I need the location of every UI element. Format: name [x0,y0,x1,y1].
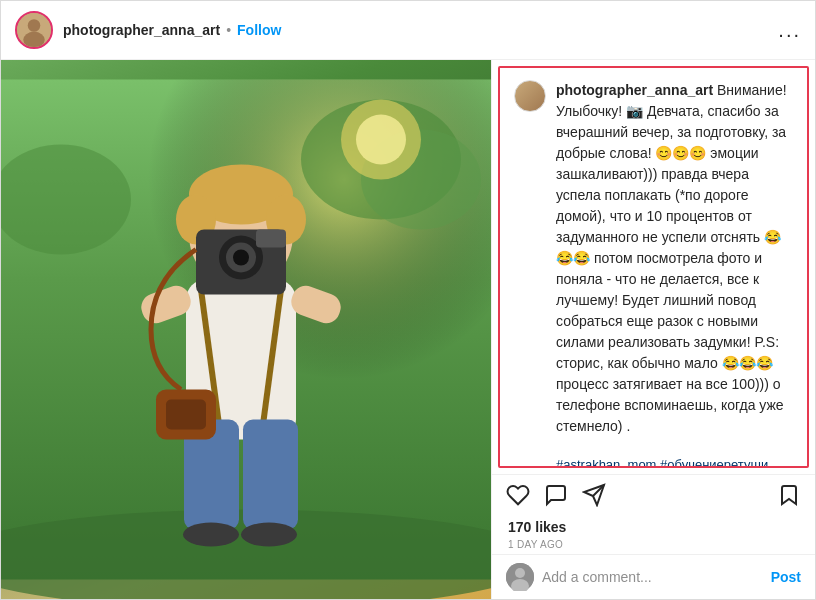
caption-body: Внимание! Улыбочку! 📷 Девчата, спасибо з… [556,82,787,434]
like-icon[interactable] [506,483,530,513]
post-right: photographer_anna_art Внимание! Улыбочку… [491,60,815,599]
caption-username[interactable]: photographer_anna_art [556,82,713,98]
comment-box: Post [492,554,815,599]
svg-point-10 [356,115,406,165]
svg-rect-30 [166,400,206,430]
svg-point-1 [28,19,41,32]
likes-count: 170 likes [506,519,801,535]
svg-rect-15 [243,420,298,530]
svg-point-17 [241,523,297,547]
post-actions: 170 likes 1 DAY AGO [492,474,815,554]
follow-button[interactable]: Follow [237,22,281,38]
post-caption-area: photographer_anna_art Внимание! Улыбочку… [498,66,809,468]
header-username[interactable]: photographer_anna_art [63,22,220,38]
share-icon[interactable] [582,483,606,513]
user-avatar-small [506,563,534,591]
caption-hashtags[interactable]: #astrakhan_mom #обучениеретуши #ретушь #… [556,457,768,468]
post-image [1,60,491,599]
svg-rect-28 [256,230,286,248]
bookmark-icon[interactable] [777,483,801,513]
caption-avatar [514,80,546,112]
comment-icon[interactable] [544,483,568,513]
caption-text: photographer_anna_art Внимание! Улыбочку… [556,82,787,434]
post-header: photographer_anna_art • Follow ... [1,1,815,60]
svg-point-27 [233,250,249,266]
time-ago: 1 DAY AGO [506,539,801,550]
caption-content: photographer_anna_art Внимание! Улыбочку… [556,80,793,468]
profile-avatar[interactable] [15,11,53,49]
header-dot: • [226,22,231,38]
svg-point-16 [183,523,239,547]
more-options-icon[interactable]: ... [778,19,801,42]
post-body: photographer_anna_art Внимание! Улыбочку… [1,60,815,599]
comment-input[interactable] [542,569,763,585]
post-comment-button[interactable]: Post [771,569,801,585]
svg-point-34 [515,568,525,578]
